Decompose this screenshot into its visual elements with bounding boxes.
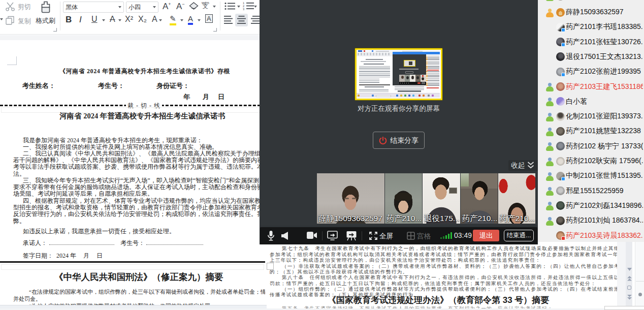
svg-text:3: 3 (243, 8, 244, 10)
